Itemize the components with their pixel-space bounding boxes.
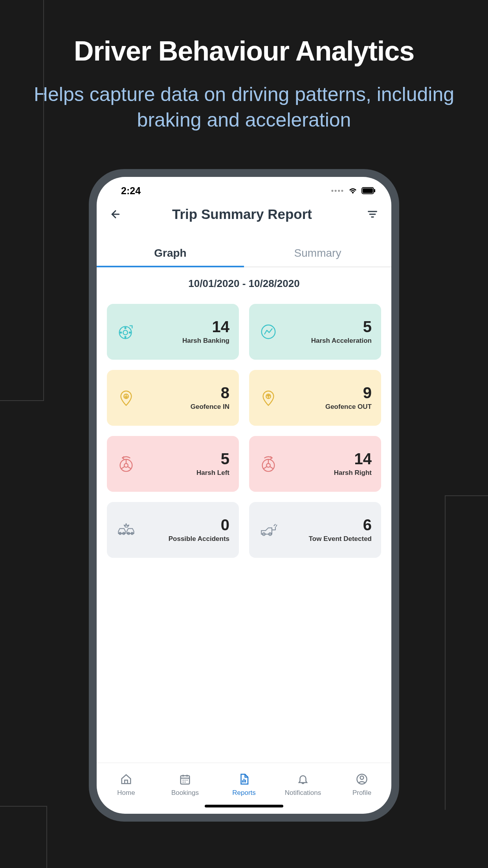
- calendar-icon: [178, 772, 192, 786]
- filter-icon: [367, 209, 378, 220]
- metric-harsh-acceleration[interactable]: 5 Harsh Acceleration: [249, 304, 381, 360]
- home-indicator[interactable]: [205, 805, 283, 807]
- svg-point-18: [266, 463, 270, 467]
- filter-button[interactable]: [365, 206, 380, 222]
- phone-screen: 2:24 •••• Trip Summary Report: [97, 177, 391, 814]
- metric-value: 8: [191, 385, 229, 401]
- back-arrow-icon: [110, 208, 121, 220]
- metric-geofence-out[interactable]: 9 Geofence OUT: [249, 370, 381, 426]
- svg-point-7: [123, 330, 128, 335]
- cellular-icon: ••••: [331, 187, 344, 195]
- wifi-icon: [348, 187, 358, 195]
- nav-notifications[interactable]: Notifications: [273, 763, 332, 806]
- back-button[interactable]: [108, 206, 123, 222]
- nav-label: Reports: [232, 789, 256, 797]
- brake-disc-icon: [116, 322, 136, 342]
- app-header: Trip Summary Report: [97, 200, 391, 228]
- metric-possible-accidents[interactable]: 0 Possible Accidents: [107, 502, 239, 558]
- bell-icon: [296, 772, 310, 786]
- tow-truck-icon: [259, 520, 278, 540]
- tab-graph[interactable]: Graph: [97, 240, 244, 267]
- metric-value: 0: [169, 517, 229, 533]
- svg-point-9: [125, 337, 126, 338]
- metric-value: 6: [309, 517, 372, 533]
- status-bar: 2:24 ••••: [97, 177, 391, 200]
- nav-home[interactable]: Home: [97, 763, 156, 806]
- nav-label: Home: [117, 789, 135, 797]
- reports-icon: [237, 772, 251, 786]
- svg-point-27: [360, 776, 364, 779]
- svg-rect-1: [363, 188, 373, 193]
- battery-icon: [361, 187, 376, 194]
- svg-point-16: [124, 463, 128, 467]
- promo-title: Driver Behaviour Analytics: [0, 35, 488, 67]
- pin-in-icon: [116, 388, 136, 408]
- status-time: 2:24: [112, 185, 141, 197]
- svg-point-10: [120, 332, 121, 333]
- metric-label: Harsh Banking: [182, 337, 229, 345]
- svg-rect-2: [374, 189, 375, 192]
- metric-tow-event[interactable]: 6 Tow Event Detected: [249, 502, 381, 558]
- page-title: Trip Summary Report: [127, 206, 357, 222]
- metric-label: Possible Accidents: [169, 535, 229, 543]
- tab-summary[interactable]: Summary: [244, 240, 391, 267]
- metric-value: 14: [334, 451, 372, 467]
- nav-label: Notifications: [285, 789, 321, 797]
- metric-geofence-in[interactable]: 8 Geofence IN: [107, 370, 239, 426]
- nav-label: Profile: [352, 789, 371, 797]
- wheel-left-icon: [116, 454, 136, 474]
- nav-label: Bookings: [171, 789, 199, 797]
- metric-label: Tow Event Detected: [309, 535, 372, 543]
- pin-out-icon: [259, 388, 278, 408]
- metric-harsh-left[interactable]: 5 Harsh Left: [107, 436, 239, 492]
- metric-label: Geofence IN: [191, 403, 229, 411]
- metric-harsh-banking[interactable]: 14 Harsh Banking: [107, 304, 239, 360]
- date-range-label: 10/01/2020 - 10/28/2020: [97, 267, 391, 300]
- nav-reports[interactable]: Reports: [215, 763, 273, 806]
- phone-frame: 2:24 •••• Trip Summary Report: [89, 169, 399, 822]
- wheel-right-icon: [259, 454, 278, 474]
- metric-label: Harsh Acceleration: [311, 337, 372, 345]
- metric-value: 5: [196, 451, 229, 467]
- metrics-grid: 14 Harsh Banking 5 Harsh Acceleration: [97, 300, 391, 562]
- speedometer-icon: [259, 322, 278, 342]
- promo-subtitle: Helps capture data on driving patterns, …: [0, 82, 488, 133]
- nav-profile[interactable]: Profile: [332, 763, 391, 806]
- metric-label: Harsh Left: [196, 469, 229, 477]
- metric-label: Harsh Right: [334, 469, 372, 477]
- svg-point-8: [125, 327, 126, 329]
- metric-value: 14: [182, 319, 229, 335]
- metric-value: 5: [311, 319, 372, 335]
- collision-icon: [116, 520, 136, 540]
- metric-label: Geofence OUT: [325, 403, 372, 411]
- svg-point-11: [129, 332, 130, 333]
- metric-harsh-right[interactable]: 14 Harsh Right: [249, 436, 381, 492]
- tab-bar: Graph Summary: [97, 240, 391, 267]
- home-icon: [119, 772, 133, 786]
- nav-bookings[interactable]: Bookings: [156, 763, 215, 806]
- metric-value: 9: [325, 385, 372, 401]
- profile-icon: [355, 772, 369, 786]
